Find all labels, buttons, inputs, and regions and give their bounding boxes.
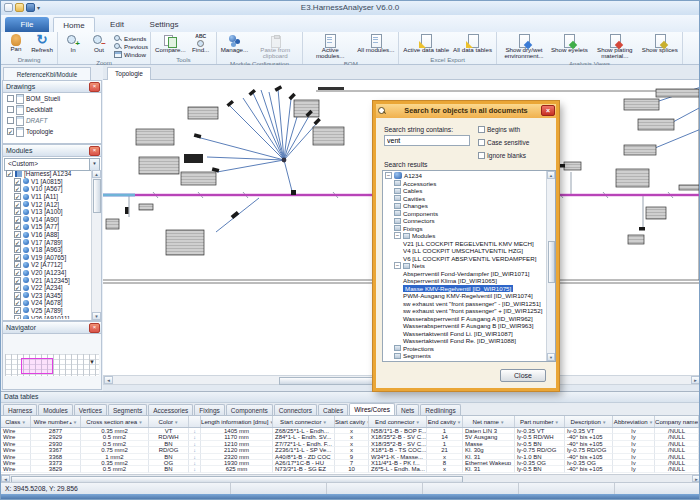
datatable-tab-segments[interactable]: Segments [108, 404, 147, 415]
datatable-tab-cables[interactable]: Cables [318, 404, 348, 415]
module-item-v11-a11[interactable]: V11 [A11] [4, 193, 91, 201]
collapse-icon[interactable]: − [394, 232, 401, 239]
checkbox-icon[interactable] [14, 292, 21, 299]
chevron-down-icon[interactable]: ▼ [89, 159, 99, 170]
drawing-item-topologie[interactable]: Topologie [3, 126, 101, 137]
scroll-right-icon[interactable]: ► [692, 475, 700, 482]
open-folder-icon[interactable] [15, 3, 24, 12]
module-item-v12-a12[interactable]: V12 [A12] [4, 200, 91, 208]
filter-icon[interactable]: ▼ [555, 420, 559, 425]
checkbox-icon[interactable] [14, 216, 21, 223]
checkbox-icon[interactable] [7, 128, 14, 135]
column-header-end-connector[interactable]: End connector▼ [369, 416, 427, 427]
search-result-pwm-ausgang-kmv-regelventil-id-wir1074[interactable]: PWM-Ausgang KMV-Regelventil [ID_WIR1074] [383, 292, 547, 300]
datatable-tab-nets[interactable]: Nets [396, 404, 419, 415]
checkbox-icon[interactable] [6, 170, 13, 177]
scrollbar-thumb[interactable] [548, 241, 555, 283]
extends-button[interactable]: Extends [114, 34, 148, 42]
all-data-tables-button[interactable]: All data tables [451, 33, 494, 53]
navigator-close-icon[interactable]: × [89, 323, 100, 333]
search-result-fixings[interactable]: Fixings [383, 225, 547, 233]
compare-button[interactable]: Compare... [153, 33, 188, 53]
drawing-item-draft[interactable]: DRAFT [3, 115, 101, 126]
begins-with-checkbox[interactable]: Begins with [478, 126, 520, 133]
table-row[interactable]: Wire38290.5 mm2BN↓625 mmN73/3*1-B - SG E… [1, 466, 700, 472]
module-item-v15-a77[interactable]: V15 [A77] [4, 223, 91, 231]
checkbox-icon[interactable] [14, 277, 21, 284]
search-result-a1234[interactable]: −A1234 [383, 172, 547, 180]
search-result-components[interactable]: Components [383, 210, 547, 218]
search-result-changes[interactable]: Changes [383, 202, 547, 210]
column-header-cross-section-area[interactable]: Cross section area▼ [81, 416, 149, 427]
search-result-accessories[interactable]: Accessories [383, 180, 547, 188]
search-result-wasserabsperrventil-f-ausgang-b-id-wir963[interactable]: Wasserabsperrventil F Ausgang B [ID_WIR9… [383, 322, 547, 330]
module-item-v18-a963[interactable]: V18 [A963] [4, 246, 91, 254]
search-result-protections[interactable]: Protections [383, 345, 547, 353]
navigator-viewport-rectangle[interactable] [21, 358, 53, 374]
manage-button[interactable]: Manage... [219, 33, 251, 53]
module-item-v24-a678[interactable]: V24 [A678] [4, 299, 91, 307]
checkbox-icon[interactable] [14, 284, 21, 291]
filter-icon[interactable]: ▼ [415, 420, 419, 425]
module-item-v14-a90[interactable]: V14 [A90] [4, 216, 91, 224]
checkbox-icon[interactable] [14, 208, 21, 215]
checkbox-icon[interactable] [14, 178, 21, 185]
datatable-tab-fixings[interactable]: Fixings [194, 404, 225, 415]
drawing-item-bom-stueli[interactable]: BOM_Stueli [3, 93, 101, 104]
column-header-length-information-dmu[interactable]: Length information [dmu]▼ [201, 416, 273, 427]
out-button[interactable]: Out [86, 33, 112, 53]
scrollbar-thumb[interactable] [93, 179, 101, 213]
module-item-v26-a91011[interactable]: V26 [A91011] [4, 314, 91, 319]
scroll-left-icon[interactable]: ◄ [1, 475, 10, 482]
checkbox-icon[interactable] [7, 95, 14, 102]
checkbox-icon[interactable] [7, 117, 14, 124]
all-modules-button[interactable]: All modules... [355, 33, 396, 53]
filter-icon[interactable]: ▼ [457, 420, 461, 425]
search-result-nets[interactable]: −Nets [383, 262, 547, 270]
modules-close-icon[interactable]: × [89, 146, 100, 156]
case-sensitive-checkbox[interactable]: Case sensitive [478, 139, 529, 146]
module-item-v22-a234[interactable]: V22 [A234] [4, 284, 91, 292]
search-result-v4-ll-cockpit-umschaltventil-hzg[interactable]: V4 [LL COCKPIT UMSCHALTVENTIL HZG] [383, 247, 547, 255]
tab-home[interactable]: Home [53, 17, 95, 32]
column-header-part-number[interactable]: Part number▼ [515, 416, 565, 427]
module-item-v16-a88[interactable]: V16 [A88] [4, 231, 91, 239]
search-result-masse-kmv-regelventil-id-wir1075[interactable]: Masse KMV-Regelventil [ID_WIR1075] [383, 285, 547, 293]
column-header-company-name[interactable]: Company name▼ [655, 416, 699, 427]
search-result-sw-exhaust-vent-front-passenger-id-wir1251[interactable]: sw exhaust vent "front passenger" - [ID_… [383, 300, 547, 308]
show-dry-wet-environment-button[interactable]: Show dry/wet environment... [499, 33, 549, 60]
checkbox-icon[interactable] [14, 185, 21, 192]
checkbox-icon[interactable] [14, 201, 21, 208]
checkbox-icon[interactable] [478, 152, 485, 159]
filter-icon[interactable]: ▼ [322, 420, 326, 425]
search-result-segments[interactable]: Segments [383, 352, 547, 360]
module-root-harness-a1234[interactable]: [Harness] A1234 [4, 170, 91, 178]
datatable-tab-connectors[interactable]: Connectors [274, 404, 317, 415]
column-header-abbreviation[interactable]: Abbreviation▼ [613, 416, 655, 427]
column-header-net-name[interactable]: Net name▼ [463, 416, 515, 427]
refresh-button[interactable]: Refresh [29, 33, 55, 53]
filter-icon[interactable]: ▼ [73, 420, 77, 425]
datatable-tab-harness[interactable]: Harness [3, 404, 37, 415]
tab-edit[interactable]: Edit [99, 17, 135, 32]
checkbox-icon[interactable] [14, 307, 21, 314]
checkbox-icon[interactable] [14, 299, 21, 306]
datatable-tab-modules[interactable]: Modules [38, 404, 73, 415]
column-header-class[interactable]: Class▼ [1, 416, 31, 427]
checkbox-icon[interactable] [14, 231, 21, 238]
column-header-icon[interactable] [189, 416, 201, 427]
checkbox-icon[interactable] [14, 193, 21, 200]
checkbox-icon[interactable] [7, 106, 14, 113]
checkbox-icon[interactable] [478, 139, 485, 146]
collapse-icon[interactable]: − [385, 172, 392, 179]
column-header-color[interactable]: Color▼ [149, 416, 189, 427]
checkbox-icon[interactable] [14, 315, 21, 319]
active-modules-button[interactable]: Active modules... [305, 33, 355, 60]
column-header-start-connector[interactable]: Start connector▼ [273, 416, 335, 427]
scroll-up-icon[interactable]: ▲ [92, 170, 101, 178]
module-item-v17-a789[interactable]: V17 [A789] [4, 238, 91, 246]
tab-settings[interactable]: Settings [139, 17, 189, 32]
previous-button[interactable]: Previous [114, 42, 148, 50]
checkbox-icon[interactable] [14, 261, 21, 268]
scroll-down-icon[interactable]: ▼ [547, 353, 555, 361]
